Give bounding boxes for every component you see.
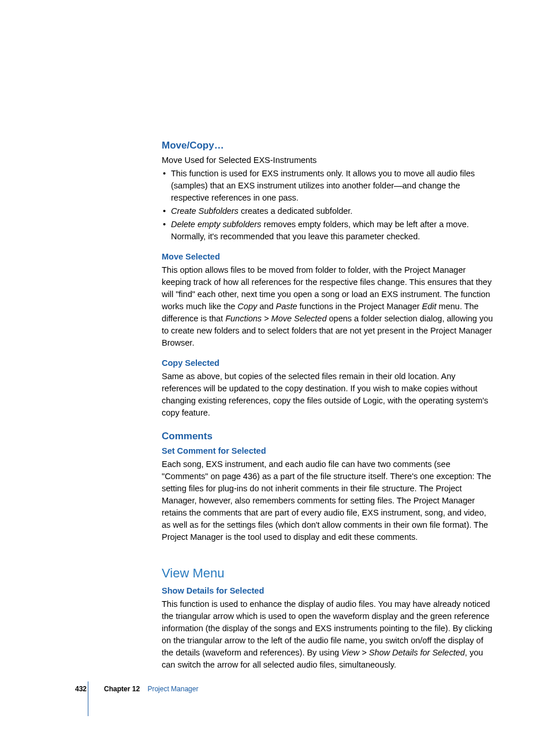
text-run: functions in the Project Manager bbox=[297, 302, 422, 311]
emphasis: Copy bbox=[237, 302, 257, 311]
emphasis: Delete empty subfolders bbox=[171, 220, 261, 229]
chapter-label: Chapter 12 bbox=[104, 685, 140, 693]
chapter-title: Project Manager bbox=[147, 685, 198, 693]
body-text: This function is used to enhance the dis… bbox=[162, 598, 497, 671]
footer-divider bbox=[88, 681, 88, 716]
section-copy-selected: Copy Selected Same as above, but copies … bbox=[162, 357, 497, 419]
heading-view-menu: View Menu bbox=[162, 564, 497, 583]
subheading-set-comment: Set Comment for Selected bbox=[162, 445, 497, 457]
section-comments: Comments Set Comment for Selected Each s… bbox=[162, 429, 497, 543]
heading-move-copy: Move/Copy… bbox=[162, 139, 497, 153]
intro-text: Move Used for Selected EXS-Instruments bbox=[162, 154, 497, 166]
emphasis: Functions > Move Selected bbox=[225, 314, 326, 323]
subheading-copy-selected: Copy Selected bbox=[162, 357, 497, 369]
bullet-item: Create Subfolders creates a dedicated su… bbox=[162, 205, 497, 217]
emphasis: Create Subfolders bbox=[171, 206, 239, 216]
bullet-item: Delete empty subfolders removes empty fo… bbox=[162, 218, 497, 243]
bullet-item: This function is used for EXS instrument… bbox=[162, 168, 497, 204]
section-move-copy: Move/Copy… Move Used for Selected EXS-In… bbox=[162, 139, 497, 243]
section-move-selected: Move Selected This option allows files t… bbox=[162, 251, 497, 349]
page-number: 432 bbox=[75, 685, 87, 693]
emphasis: View > Show Details for Selected bbox=[341, 648, 465, 657]
body-text: This option allows files to be moved fro… bbox=[162, 264, 497, 349]
chapter-info: Chapter 12 Project Manager bbox=[104, 685, 198, 693]
subheading-show-details: Show Details for Selected bbox=[162, 585, 497, 597]
page-content: Move/Copy… Move Used for Selected EXS-In… bbox=[162, 139, 497, 677]
heading-comments: Comments bbox=[162, 429, 497, 444]
emphasis: Paste bbox=[276, 302, 297, 311]
section-view-menu: View Menu Show Details for Selected This… bbox=[162, 564, 497, 671]
bullet-text: creates a dedicated subfolder. bbox=[239, 206, 353, 216]
bullet-list: This function is used for EXS instrument… bbox=[162, 168, 497, 243]
subheading-move-selected: Move Selected bbox=[162, 251, 497, 263]
body-text: Each song, EXS instrument, and each audi… bbox=[162, 458, 497, 543]
body-text: Same as above, but copies of the selecte… bbox=[162, 370, 497, 419]
text-run: and bbox=[257, 302, 276, 311]
page-footer: 432 Chapter 12 Project Manager bbox=[75, 685, 198, 693]
emphasis: Edit bbox=[422, 302, 437, 311]
